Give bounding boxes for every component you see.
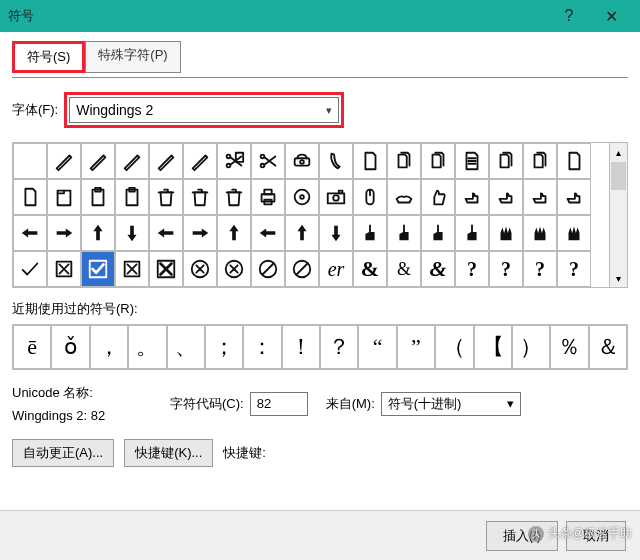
symbol-cell-camera[interactable]: [319, 179, 353, 215]
symbol-cell-amp-script[interactable]: &: [421, 251, 455, 287]
scroll-thumb[interactable]: [611, 162, 626, 190]
shortcut-key-button[interactable]: 快捷键(K)...: [124, 439, 213, 467]
symbol-cell-circle-x[interactable]: [217, 251, 251, 287]
recent-symbol[interactable]: ？: [320, 325, 358, 369]
symbol-cell-docs[interactable]: [489, 143, 523, 179]
symbol-cell-hand-solid-d[interactable]: [319, 215, 353, 251]
recent-symbol[interactable]: 、: [167, 325, 205, 369]
symbol-cell-no[interactable]: [251, 251, 285, 287]
symbol-cell-hand-point[interactable]: [489, 179, 523, 215]
recent-symbol[interactable]: ！: [282, 325, 320, 369]
symbol-cell-qmark[interactable]: ?: [455, 251, 489, 287]
tab-special-chars[interactable]: 特殊字符(P): [85, 41, 180, 73]
symbol-cell-hand-solid-u[interactable]: [285, 215, 319, 251]
symbol-cell-no[interactable]: [285, 251, 319, 287]
symbol-cell-doc-lines[interactable]: [455, 143, 489, 179]
symbol-cell-blank[interactable]: [13, 143, 47, 179]
autocorrect-button[interactable]: 自动更正(A)...: [12, 439, 114, 467]
symbol-cell-hand-point[interactable]: [455, 179, 489, 215]
symbol-cell-docs[interactable]: [421, 143, 455, 179]
from-dropdown[interactable]: 符号(十进制) ▾: [381, 392, 521, 416]
symbol-cell-check-box[interactable]: [81, 251, 115, 287]
recent-symbol[interactable]: ē: [13, 325, 51, 369]
symbol-cell-check[interactable]: [13, 251, 47, 287]
insert-button[interactable]: 插入(I): [486, 521, 558, 551]
symbol-cell-hand-flat[interactable]: [387, 179, 421, 215]
symbol-cell-finger-up[interactable]: [455, 215, 489, 251]
recent-symbol[interactable]: ，: [90, 325, 128, 369]
symbol-cell-clipboard[interactable]: [81, 179, 115, 215]
symbol-cell-amp-sm[interactable]: &: [387, 251, 421, 287]
recent-symbol[interactable]: （: [435, 325, 473, 369]
char-code-input[interactable]: [250, 392, 308, 416]
symbol-cell-hand-solid-l[interactable]: [251, 215, 285, 251]
symbol-cell-hand-solid-u[interactable]: [217, 215, 251, 251]
symbol-cell-finger-up[interactable]: [387, 215, 421, 251]
symbol-cell-trash[interactable]: [183, 179, 217, 215]
font-dropdown[interactable]: Wingdings 2 ▾: [69, 97, 339, 123]
symbol-cell-x-box[interactable]: [47, 251, 81, 287]
symbol-cell-scissors[interactable]: [251, 143, 285, 179]
close-button[interactable]: ✕: [590, 0, 632, 32]
symbol-cell-hand-open[interactable]: [489, 215, 523, 251]
symbol-cell-qmark[interactable]: ?: [523, 251, 557, 287]
recent-symbol[interactable]: ）: [512, 325, 550, 369]
recent-symbol[interactable]: ǒ: [51, 325, 89, 369]
recent-symbol[interactable]: “: [358, 325, 396, 369]
symbol-cell-hand-solid-r[interactable]: [183, 215, 217, 251]
symbol-cell-doc-tab[interactable]: [47, 179, 81, 215]
symbol-cell-hand-open[interactable]: [523, 215, 557, 251]
symbol-cell-hand-solid-d[interactable]: [115, 215, 149, 251]
symbol-cell-amp[interactable]: &: [353, 251, 387, 287]
symbol-cell-phone[interactable]: [285, 143, 319, 179]
symbol-cell-qmark[interactable]: ?: [557, 251, 591, 287]
symbol-cell-scissors-doc[interactable]: [217, 143, 251, 179]
symbol-cell-er[interactable]: er: [319, 251, 353, 287]
symbol-cell-trash[interactable]: [149, 179, 183, 215]
symbol-cell-doc[interactable]: [353, 143, 387, 179]
symbol-cell-pen[interactable]: [115, 143, 149, 179]
symbol-cell-handset[interactable]: [319, 143, 353, 179]
symbol-cell-pen[interactable]: [81, 143, 115, 179]
symbol-cell-disc[interactable]: [285, 179, 319, 215]
symbol-cell-hand-open[interactable]: [557, 215, 591, 251]
symbol-cell-finger-up[interactable]: [353, 215, 387, 251]
symbol-cell-printer[interactable]: [251, 179, 285, 215]
symbol-cell-docs[interactable]: [387, 143, 421, 179]
symbol-cell-hand-solid-l[interactable]: [149, 215, 183, 251]
recent-symbol[interactable]: ％: [550, 325, 588, 369]
symbol-cell-hand-solid-l[interactable]: [13, 215, 47, 251]
recent-symbol[interactable]: 。: [128, 325, 166, 369]
symbol-cell-qmark[interactable]: ?: [489, 251, 523, 287]
scroll-up-icon[interactable]: ▴: [610, 143, 627, 161]
recent-symbols-label: 近期使用过的符号(R):: [12, 300, 628, 318]
symbol-cell-hand-point[interactable]: [557, 179, 591, 215]
symbol-cell-pen[interactable]: [149, 143, 183, 179]
grid-scrollbar[interactable]: ▴ ▾: [609, 143, 627, 287]
recent-symbol[interactable]: 【: [474, 325, 512, 369]
symbol-cell-circle-x[interactable]: [183, 251, 217, 287]
recent-symbol[interactable]: ：: [243, 325, 281, 369]
symbol-cell-hand-point[interactable]: [523, 179, 557, 215]
symbol-cell-x-box-bold[interactable]: [149, 251, 183, 287]
symbol-cell-hand-solid-r[interactable]: [47, 215, 81, 251]
recent-symbol[interactable]: ＆: [589, 325, 627, 369]
symbol-cell-pen[interactable]: [183, 143, 217, 179]
tab-symbols[interactable]: 符号(S): [12, 41, 85, 73]
recent-symbol[interactable]: ”: [397, 325, 435, 369]
symbol-cell-thumb[interactable]: [421, 179, 455, 215]
symbol-cell-hand-solid-u[interactable]: [81, 215, 115, 251]
symbol-cell-clipboard[interactable]: [115, 179, 149, 215]
symbol-cell-pen[interactable]: [47, 143, 81, 179]
symbol-cell-finger-up[interactable]: [421, 215, 455, 251]
symbol-cell-doc[interactable]: [557, 143, 591, 179]
recent-symbol[interactable]: ；: [205, 325, 243, 369]
help-button[interactable]: ?: [548, 0, 590, 32]
cancel-button[interactable]: 取消: [566, 521, 626, 551]
symbol-cell-docs[interactable]: [523, 143, 557, 179]
symbol-cell-trash[interactable]: [217, 179, 251, 215]
scroll-down-icon[interactable]: ▾: [610, 269, 627, 287]
symbol-cell-doc[interactable]: [13, 179, 47, 215]
symbol-cell-x-box[interactable]: [115, 251, 149, 287]
symbol-cell-mouse[interactable]: [353, 179, 387, 215]
